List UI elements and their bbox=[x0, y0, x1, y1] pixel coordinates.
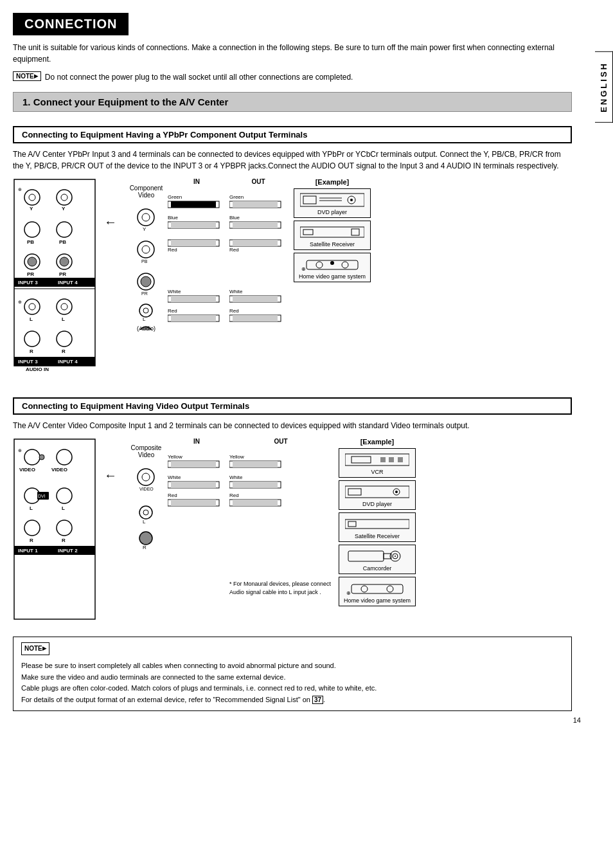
svg-text:PR: PR bbox=[59, 271, 66, 277]
svg-text:Red: Red bbox=[168, 493, 177, 498]
monaural-note: * For Monaural devices, please connect A… bbox=[229, 580, 332, 596]
svg-rect-69 bbox=[233, 201, 278, 208]
svg-text:L: L bbox=[30, 505, 33, 511]
satellite-device: Satellite Receiver bbox=[294, 221, 371, 250]
svg-text:Y: Y bbox=[143, 226, 147, 232]
svg-point-48 bbox=[143, 308, 148, 313]
svg-text:R: R bbox=[62, 538, 66, 543]
svg-text:VIDEO: VIDEO bbox=[51, 467, 67, 473]
svg-rect-78 bbox=[233, 296, 278, 302]
svg-rect-146 bbox=[389, 457, 394, 462]
satellite-label2: Satellite Receiver bbox=[343, 533, 411, 539]
note-box-1: NOTE Do not connect the power plug to th… bbox=[13, 71, 600, 83]
input34-panel: Y ⊕ Y PB PB PR PR INPUT 3 INPUT 4 ⊕ bbox=[13, 178, 96, 379]
svg-rect-136 bbox=[233, 461, 278, 467]
svg-point-38 bbox=[138, 209, 154, 226]
vcr-label: VCR bbox=[343, 469, 411, 475]
out-composite-svg: Yellow White Red bbox=[229, 447, 287, 575]
svg-text:⊕: ⊕ bbox=[18, 300, 22, 304]
out-label-composite: OUT bbox=[229, 438, 332, 445]
input12-panel: ⊕ VIDEO VIDEO DVI L L R R INPUT 1 INPUT … bbox=[13, 438, 96, 626]
svg-point-93 bbox=[330, 261, 334, 265]
svg-point-94 bbox=[342, 262, 348, 268]
svg-rect-159 bbox=[351, 584, 403, 593]
svg-text:PB: PB bbox=[141, 259, 148, 264]
svg-point-118 bbox=[142, 473, 150, 481]
out-connectors-col: OUT Green Blue Red White Red bbox=[229, 178, 287, 363]
subsection2-body: The A/V Center Video Composite Input 1 a… bbox=[13, 420, 572, 431]
svg-text:PB: PB bbox=[27, 239, 34, 245]
svg-text:⊕: ⊕ bbox=[301, 266, 306, 272]
svg-rect-83 bbox=[303, 196, 316, 204]
svg-text:Blue: Blue bbox=[168, 215, 179, 221]
svg-rect-133 bbox=[171, 500, 216, 506]
svg-rect-54 bbox=[171, 201, 216, 208]
svg-text:VIDEO: VIDEO bbox=[19, 467, 35, 473]
svg-text:L: L bbox=[62, 316, 65, 322]
svg-text:INPUT 3: INPUT 3 bbox=[18, 359, 38, 365]
svg-text:White: White bbox=[168, 289, 181, 294]
svg-point-23 bbox=[29, 303, 35, 310]
svg-rect-0 bbox=[14, 179, 95, 366]
svg-text:PR: PR bbox=[141, 291, 148, 296]
connection-title: CONNECTION bbox=[13, 13, 129, 35]
input34-svg: Y ⊕ Y PB PB PR PR INPUT 3 INPUT 4 ⊕ bbox=[13, 178, 96, 377]
svg-point-9 bbox=[57, 222, 72, 237]
in-connectors-composite-col: IN Yellow White Red bbox=[168, 438, 226, 577]
note2-line2: Make sure the video and audio terminals … bbox=[21, 672, 564, 683]
svg-rect-90 bbox=[351, 229, 359, 235]
svg-point-98 bbox=[57, 449, 72, 465]
svg-rect-87 bbox=[319, 200, 342, 201]
note-label-1: NOTE bbox=[13, 71, 41, 81]
svg-text:R: R bbox=[62, 348, 66, 354]
camcorder-img bbox=[343, 547, 411, 565]
svg-point-15 bbox=[60, 257, 69, 266]
example-col-composite: [Example] VCR bbox=[339, 438, 416, 609]
svg-point-92 bbox=[316, 262, 323, 268]
svg-point-157 bbox=[395, 556, 396, 557]
svg-text:White: White bbox=[168, 475, 181, 480]
svg-rect-66 bbox=[171, 315, 216, 321]
in-connectors-col: IN Green Blue Red White Red bbox=[168, 178, 226, 363]
svg-point-110 bbox=[57, 520, 72, 536]
dvd-player-device2: DVD player bbox=[339, 480, 416, 510]
svg-point-4 bbox=[61, 194, 67, 201]
svg-rect-152 bbox=[345, 520, 409, 529]
satellite-img bbox=[298, 223, 366, 241]
svg-point-41 bbox=[138, 241, 154, 258]
intro-text: The unit is suitable for various kinds o… bbox=[13, 42, 572, 65]
note2-line3: Cable plugs are often color-coded. Match… bbox=[21, 683, 564, 694]
svg-text:R: R bbox=[30, 348, 33, 354]
svg-point-161 bbox=[387, 586, 393, 592]
camcorder-device: Camcorder bbox=[339, 545, 416, 574]
svg-point-8 bbox=[24, 222, 40, 237]
svg-point-39 bbox=[142, 213, 150, 221]
svg-text:Y: Y bbox=[30, 206, 33, 212]
composite-video-label: CompositeVideo bbox=[129, 444, 164, 458]
page-number: 14 bbox=[13, 716, 600, 724]
dvd-label: DVD player bbox=[298, 209, 366, 215]
svg-point-109 bbox=[24, 520, 40, 536]
arrow-component: ← bbox=[104, 217, 123, 230]
dvd-player-img bbox=[298, 191, 366, 209]
home-game-img2: ⊕ bbox=[343, 579, 411, 597]
svg-rect-142 bbox=[233, 500, 278, 506]
home-game-label2: Home video game system bbox=[343, 597, 411, 604]
svg-text:Green: Green bbox=[168, 194, 182, 200]
example-col: [Example] DVD player bbox=[294, 178, 371, 285]
svg-text:INPUT 4: INPUT 4 bbox=[58, 280, 78, 285]
svg-rect-154 bbox=[348, 551, 384, 561]
svg-point-120 bbox=[139, 506, 152, 519]
svg-rect-59 bbox=[171, 240, 216, 246]
svg-text:L: L bbox=[143, 519, 146, 525]
home-game-device: ⊕ Home video game system bbox=[294, 253, 371, 282]
composite-video-col: CompositeVideo VIDEO L R bbox=[129, 444, 164, 566]
svg-text:White: White bbox=[229, 475, 243, 480]
svg-point-47 bbox=[139, 304, 152, 317]
svg-rect-81 bbox=[233, 315, 278, 321]
out-label: OUT bbox=[229, 178, 287, 185]
note2-line4: For details of the output format of an e… bbox=[21, 694, 564, 706]
example-label-component: [Example] bbox=[294, 178, 371, 186]
svg-text:AUDIO IN: AUDIO IN bbox=[26, 366, 49, 372]
svg-point-123 bbox=[139, 532, 152, 545]
